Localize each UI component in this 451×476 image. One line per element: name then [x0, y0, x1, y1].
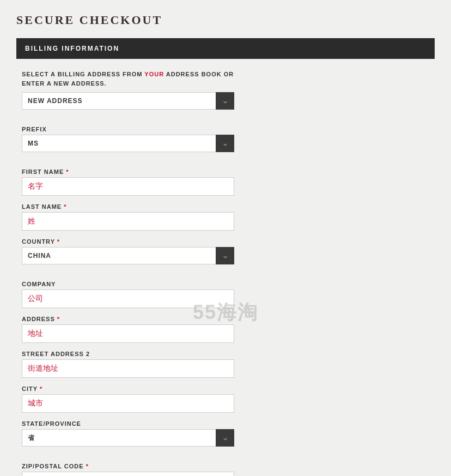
zip-code-label: ZIP/POSTAL CODE * [22, 463, 429, 469]
first-name-input[interactable] [22, 177, 234, 196]
prefix-select-wrapper[interactable]: MS ⌵ [22, 135, 234, 152]
last-name-field-group: LAST NAME * [22, 203, 429, 231]
address-field-group: ADDRESS * [22, 316, 429, 343]
zip-code-input[interactable] [22, 472, 234, 476]
city-label: CITY * [22, 385, 429, 392]
state-province-select[interactable]: 省 [22, 429, 234, 447]
billing-section-header: BILLING INFORMATION [16, 38, 435, 59]
prefix-label: PREFIX [22, 126, 429, 132]
address-input[interactable] [22, 324, 234, 343]
page-title: SECURE CHECKOUT [16, 13, 435, 27]
street-address2-label: STREET ADDRESS 2 [22, 351, 429, 357]
address-book-select-group: SELECT A BILLING ADDRESS FROM YOUR ADDRE… [22, 70, 429, 118]
address-book-label: SELECT A BILLING ADDRESS FROM YOUR ADDRE… [22, 70, 429, 88]
company-label: COMPANY [22, 281, 429, 287]
last-name-input[interactable] [22, 212, 234, 231]
country-label: COUNTRY * [22, 238, 429, 245]
country-select-wrapper[interactable]: CHINA ⌵ [22, 247, 234, 264]
company-input[interactable] [22, 290, 234, 308]
street-address2-input[interactable] [22, 359, 234, 378]
state-province-label: STATE/PROVINCE [22, 420, 429, 427]
country-field-group: COUNTRY * CHINA ⌵ [22, 238, 429, 273]
state-province-field-group: STATE/PROVINCE 省 ⌵ [22, 420, 429, 455]
country-select[interactable]: CHINA [22, 247, 234, 264]
first-name-field-group: FIRST NAME * [22, 168, 429, 196]
city-field-group: CITY * [22, 385, 429, 413]
prefix-select[interactable]: MS [22, 135, 234, 152]
last-name-label: LAST NAME * [22, 203, 429, 210]
address-label: ADDRESS * [22, 316, 429, 322]
company-field-group: COMPANY [22, 281, 429, 308]
zip-code-field-group: ZIP/POSTAL CODE * [22, 463, 429, 476]
first-name-label: FIRST NAME * [22, 168, 429, 175]
state-province-select-wrapper[interactable]: 省 ⌵ [22, 429, 234, 447]
address-book-select-wrapper[interactable]: NEW ADDRESS ⌵ [22, 92, 234, 110]
city-input[interactable] [22, 394, 234, 413]
prefix-field-group: PREFIX MS ⌵ [22, 126, 429, 161]
street-address2-field-group: STREET ADDRESS 2 [22, 351, 429, 378]
address-book-select[interactable]: NEW ADDRESS [22, 92, 234, 110]
